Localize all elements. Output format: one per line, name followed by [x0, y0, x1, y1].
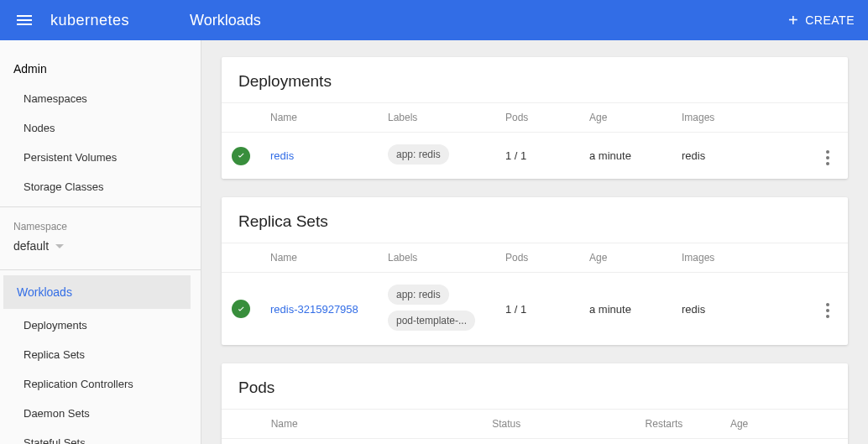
- replicaset-name-link[interactable]: redis-3215927958: [270, 303, 358, 316]
- status-ok-icon: [232, 300, 250, 318]
- sidebar-admin-heading: Admin: [0, 54, 201, 84]
- sidebar-item-persistent-volumes[interactable]: Persistent Volumes: [0, 143, 201, 172]
- deployments-table: Name Labels Pods Age Images: [222, 102, 848, 179]
- replicasets-title: Replica Sets: [222, 197, 848, 243]
- pods-value: 1 / 1: [495, 273, 579, 346]
- age-value: a minute: [579, 133, 672, 180]
- plus-icon: +: [788, 11, 798, 30]
- namespace-select[interactable]: default: [0, 236, 201, 264]
- replicasets-card: Replica Sets Name Labels Pods Age Images: [222, 197, 848, 345]
- sidebar-item-namespaces[interactable]: Namespaces: [0, 84, 201, 113]
- col-images[interactable]: Images: [672, 103, 806, 133]
- pods-table: Name Status Restarts Age r: [222, 409, 848, 444]
- col-name[interactable]: Name: [261, 410, 483, 439]
- sidebar-divider: [0, 269, 201, 270]
- col-labels[interactable]: Labels: [378, 103, 495, 133]
- col-name[interactable]: Name: [260, 103, 378, 133]
- sidebar-divider: [0, 206, 201, 207]
- col-restarts[interactable]: Restarts: [635, 410, 720, 439]
- restarts-value: 0: [635, 439, 720, 445]
- sidebar-item-stateful-sets[interactable]: Stateful Sets: [0, 428, 201, 444]
- col-age[interactable]: Age: [579, 103, 672, 133]
- col-age[interactable]: Age: [579, 243, 672, 273]
- table-row: redis-3215927958-4x88v Running 0 a minut…: [222, 439, 848, 445]
- row-menu-icon[interactable]: [818, 147, 838, 169]
- page-title: Workloads: [190, 12, 261, 29]
- create-button[interactable]: + CREATE: [788, 11, 855, 30]
- pods-value: 1 / 1: [495, 133, 579, 180]
- replicasets-table: Name Labels Pods Age Images: [222, 243, 848, 345]
- col-name[interactable]: Name: [260, 243, 378, 273]
- create-label: CREATE: [805, 13, 855, 27]
- table-row: redis-3215927958 app: redis pod-template…: [222, 273, 848, 346]
- sidebar-item-workloads[interactable]: Workloads: [3, 275, 191, 309]
- sidebar-item-replica-sets[interactable]: Replica Sets: [0, 340, 201, 369]
- pods-title: Pods: [222, 363, 848, 409]
- images-value: redis: [672, 133, 806, 180]
- status-ok-icon: [232, 147, 250, 165]
- deployment-name-link[interactable]: redis: [270, 149, 294, 162]
- sidebar-item-storage-classes[interactable]: Storage Classes: [0, 172, 201, 201]
- namespace-label: Namespace: [0, 212, 201, 236]
- deployments-card: Deployments Name Labels Pods Age Images: [222, 57, 848, 179]
- deployments-title: Deployments: [222, 57, 848, 102]
- label-chip: app: redis: [388, 144, 449, 165]
- col-labels[interactable]: Labels: [378, 243, 495, 273]
- pods-card: Pods Name Status Restarts Age: [222, 363, 848, 444]
- label-chip: app: redis: [388, 285, 449, 305]
- main-content: Deployments Name Labels Pods Age Images: [201, 40, 868, 444]
- sidebar-item-replication-controllers[interactable]: Replication Controllers: [0, 369, 201, 399]
- brand-logo: kubernetes: [50, 12, 129, 29]
- sidebar-item-nodes[interactable]: Nodes: [0, 113, 201, 143]
- label-chip: pod-template-...: [388, 311, 475, 331]
- chevron-down-icon: [55, 244, 64, 248]
- col-status[interactable]: Status: [482, 410, 635, 439]
- col-pods[interactable]: Pods: [495, 243, 579, 273]
- sidebar: Admin Namespaces Nodes Persistent Volume…: [0, 40, 201, 444]
- age-value: a minute: [720, 439, 805, 445]
- row-menu-icon[interactable]: [818, 300, 838, 321]
- table-row: redis app: redis 1 / 1 a minute redis: [222, 133, 848, 180]
- col-images[interactable]: Images: [672, 243, 806, 273]
- sidebar-item-daemon-sets[interactable]: Daemon Sets: [0, 399, 201, 428]
- app-header: kubernetes Workloads + CREATE: [0, 0, 868, 40]
- col-age[interactable]: Age: [720, 410, 805, 439]
- col-pods[interactable]: Pods: [495, 103, 579, 133]
- sidebar-item-deployments[interactable]: Deployments: [0, 311, 201, 340]
- status-value: Running: [482, 439, 635, 445]
- namespace-value: default: [13, 239, 49, 253]
- images-value: redis: [672, 273, 806, 346]
- age-value: a minute: [579, 273, 672, 346]
- menu-icon[interactable]: [13, 12, 35, 29]
